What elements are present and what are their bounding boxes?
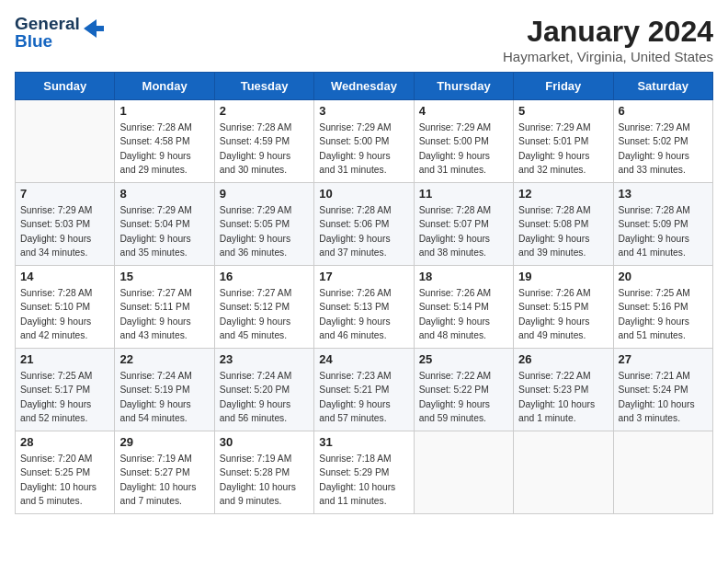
day-number: 4	[419, 104, 508, 118]
column-header-tuesday: Tuesday	[214, 73, 313, 100]
calendar-body: 1Sunrise: 7:28 AM Sunset: 4:58 PM Daylig…	[16, 100, 713, 514]
calendar-cell: 22Sunrise: 7:24 AM Sunset: 5:19 PM Dayli…	[115, 349, 214, 431]
title-area: January 2024 Haymarket, Virginia, United…	[503, 15, 713, 64]
calendar-cell: 7Sunrise: 7:29 AM Sunset: 5:03 PM Daylig…	[16, 183, 115, 266]
calendar-cell: 1Sunrise: 7:28 AM Sunset: 4:58 PM Daylig…	[115, 100, 214, 183]
day-number: 31	[319, 435, 408, 449]
column-header-thursday: Thursday	[414, 73, 513, 100]
day-number: 24	[319, 352, 408, 366]
day-sun-info: Sunrise: 7:29 AM Sunset: 5:05 PM Dayligh…	[220, 203, 309, 260]
calendar-cell: 6Sunrise: 7:29 AM Sunset: 5:02 PM Daylig…	[613, 100, 712, 183]
day-number: 9	[220, 187, 309, 201]
logo-line2: Blue	[15, 32, 80, 50]
day-sun-info: Sunrise: 7:28 AM Sunset: 4:59 PM Dayligh…	[220, 121, 309, 178]
day-number: 30	[220, 435, 309, 449]
calendar-week-row: 14Sunrise: 7:28 AM Sunset: 5:10 PM Dayli…	[16, 266, 713, 349]
svg-marker-0	[84, 19, 104, 38]
calendar-cell: 25Sunrise: 7:22 AM Sunset: 5:22 PM Dayli…	[414, 349, 513, 431]
calendar-cell	[613, 431, 712, 514]
day-sun-info: Sunrise: 7:19 AM Sunset: 5:27 PM Dayligh…	[119, 452, 209, 509]
day-number: 7	[20, 187, 109, 201]
day-number: 3	[319, 104, 408, 118]
day-sun-info: Sunrise: 7:22 AM Sunset: 5:23 PM Dayligh…	[518, 369, 608, 426]
calendar-cell: 29Sunrise: 7:19 AM Sunset: 5:27 PM Dayli…	[115, 431, 214, 514]
day-sun-info: Sunrise: 7:25 AM Sunset: 5:17 PM Dayligh…	[20, 369, 109, 426]
day-number: 20	[619, 270, 708, 283]
day-number: 18	[419, 270, 508, 283]
day-sun-info: Sunrise: 7:27 AM Sunset: 5:12 PM Dayligh…	[220, 286, 309, 343]
calendar-cell: 9Sunrise: 7:29 AM Sunset: 5:05 PM Daylig…	[214, 183, 313, 266]
calendar-week-row: 28Sunrise: 7:20 AM Sunset: 5:25 PM Dayli…	[16, 431, 713, 514]
calendar-cell: 21Sunrise: 7:25 AM Sunset: 5:17 PM Dayli…	[16, 349, 115, 431]
calendar-cell: 27Sunrise: 7:21 AM Sunset: 5:24 PM Dayli…	[613, 349, 712, 431]
calendar-cell: 14Sunrise: 7:28 AM Sunset: 5:10 PM Dayli…	[16, 266, 115, 349]
column-header-sunday: Sunday	[16, 73, 115, 100]
calendar-cell: 18Sunrise: 7:26 AM Sunset: 5:14 PM Dayli…	[414, 266, 513, 349]
calendar-cell: 11Sunrise: 7:28 AM Sunset: 5:07 PM Dayli…	[414, 183, 513, 266]
day-number: 21	[20, 352, 109, 366]
day-number: 14	[20, 270, 109, 283]
day-number: 25	[419, 352, 508, 366]
day-sun-info: Sunrise: 7:18 AM Sunset: 5:29 PM Dayligh…	[319, 452, 408, 509]
day-sun-info: Sunrise: 7:28 AM Sunset: 5:10 PM Dayligh…	[20, 286, 109, 343]
calendar-week-row: 21Sunrise: 7:25 AM Sunset: 5:17 PM Dayli…	[16, 349, 713, 431]
day-number: 28	[20, 435, 109, 449]
day-number: 23	[220, 352, 309, 366]
calendar-header-row: SundayMondayTuesdayWednesdayThursdayFrid…	[16, 73, 713, 100]
day-sun-info: Sunrise: 7:26 AM Sunset: 5:13 PM Dayligh…	[319, 286, 408, 343]
calendar-week-row: 7Sunrise: 7:29 AM Sunset: 5:03 PM Daylig…	[16, 183, 713, 266]
column-header-wednesday: Wednesday	[314, 73, 414, 100]
calendar-cell	[414, 431, 513, 514]
day-sun-info: Sunrise: 7:28 AM Sunset: 5:08 PM Dayligh…	[518, 203, 608, 260]
day-sun-info: Sunrise: 7:24 AM Sunset: 5:19 PM Dayligh…	[119, 369, 209, 426]
day-number: 27	[619, 352, 708, 366]
logo: General Blue	[15, 15, 104, 50]
calendar-cell: 3Sunrise: 7:29 AM Sunset: 5:00 PM Daylig…	[314, 100, 414, 183]
logo-line1: General	[15, 15, 80, 32]
calendar-cell: 8Sunrise: 7:29 AM Sunset: 5:04 PM Daylig…	[115, 183, 214, 266]
day-sun-info: Sunrise: 7:29 AM Sunset: 5:04 PM Dayligh…	[119, 203, 209, 260]
day-number: 22	[119, 352, 209, 366]
calendar-cell: 26Sunrise: 7:22 AM Sunset: 5:23 PM Dayli…	[514, 349, 613, 431]
day-sun-info: Sunrise: 7:28 AM Sunset: 5:06 PM Dayligh…	[319, 203, 408, 260]
day-number: 13	[619, 187, 708, 201]
calendar-cell: 24Sunrise: 7:23 AM Sunset: 5:21 PM Dayli…	[314, 349, 414, 431]
calendar-cell: 13Sunrise: 7:28 AM Sunset: 5:09 PM Dayli…	[613, 183, 712, 266]
day-number: 26	[518, 352, 608, 366]
day-number: 2	[220, 104, 309, 118]
calendar-cell: 19Sunrise: 7:26 AM Sunset: 5:15 PM Dayli…	[514, 266, 613, 349]
day-number: 29	[119, 435, 209, 449]
column-header-saturday: Saturday	[613, 73, 712, 100]
day-sun-info: Sunrise: 7:21 AM Sunset: 5:24 PM Dayligh…	[619, 369, 708, 426]
calendar-title: January 2024	[503, 15, 713, 49]
calendar-cell: 23Sunrise: 7:24 AM Sunset: 5:20 PM Dayli…	[214, 349, 313, 431]
calendar-cell: 30Sunrise: 7:19 AM Sunset: 5:28 PM Dayli…	[214, 431, 313, 514]
day-number: 12	[518, 187, 608, 201]
calendar-cell	[16, 100, 115, 183]
day-sun-info: Sunrise: 7:28 AM Sunset: 5:07 PM Dayligh…	[419, 203, 508, 260]
day-sun-info: Sunrise: 7:29 AM Sunset: 5:01 PM Dayligh…	[518, 121, 608, 178]
calendar-week-row: 1Sunrise: 7:28 AM Sunset: 4:58 PM Daylig…	[16, 100, 713, 183]
day-sun-info: Sunrise: 7:20 AM Sunset: 5:25 PM Dayligh…	[20, 452, 109, 509]
column-header-friday: Friday	[514, 73, 613, 100]
calendar-cell: 17Sunrise: 7:26 AM Sunset: 5:13 PM Dayli…	[314, 266, 414, 349]
calendar-cell: 20Sunrise: 7:25 AM Sunset: 5:16 PM Dayli…	[613, 266, 712, 349]
day-number: 17	[319, 270, 408, 283]
day-number: 6	[619, 104, 708, 118]
day-sun-info: Sunrise: 7:19 AM Sunset: 5:28 PM Dayligh…	[220, 452, 309, 509]
day-number: 1	[119, 104, 209, 118]
calendar-cell: 5Sunrise: 7:29 AM Sunset: 5:01 PM Daylig…	[514, 100, 613, 183]
page-header: General Blue January 2024 Haymarket, Vir…	[15, 15, 713, 64]
calendar-cell: 4Sunrise: 7:29 AM Sunset: 5:00 PM Daylig…	[414, 100, 513, 183]
logo-arrow-icon	[84, 19, 104, 38]
day-number: 19	[518, 270, 608, 283]
day-number: 5	[518, 104, 608, 118]
calendar-cell: 31Sunrise: 7:18 AM Sunset: 5:29 PM Dayli…	[314, 431, 414, 514]
day-number: 11	[419, 187, 508, 201]
day-sun-info: Sunrise: 7:29 AM Sunset: 5:00 PM Dayligh…	[319, 121, 408, 178]
day-number: 15	[119, 270, 209, 283]
day-sun-info: Sunrise: 7:22 AM Sunset: 5:22 PM Dayligh…	[419, 369, 508, 426]
calendar-table: SundayMondayTuesdayWednesdayThursdayFrid…	[15, 72, 713, 514]
calendar-subtitle: Haymarket, Virginia, United States	[503, 49, 713, 64]
calendar-cell: 12Sunrise: 7:28 AM Sunset: 5:08 PM Dayli…	[514, 183, 613, 266]
